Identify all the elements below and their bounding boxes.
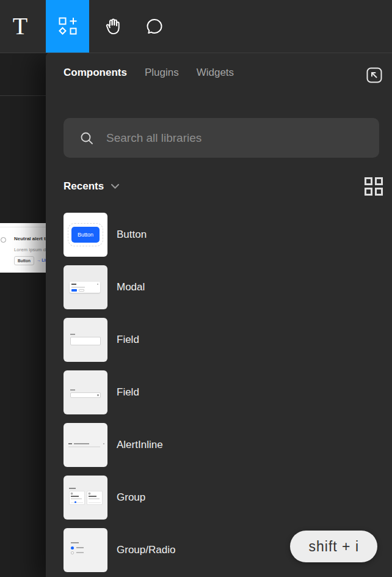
radio-unselected-icon [71, 551, 74, 554]
text-tool-button[interactable]: T [6, 0, 34, 53]
group-thumbnail [64, 476, 107, 520]
field-thumbnail [64, 318, 107, 362]
list-item-field-2[interactable]: Field [64, 370, 379, 414]
recents-header: Recents [64, 173, 383, 200]
list-item-label: Group/Radio [117, 544, 175, 556]
assets-tool-icon [58, 17, 78, 36]
list-item-label: Modal [117, 281, 145, 293]
list-item-label: Button [117, 229, 147, 241]
open-in-window-icon [365, 66, 383, 84]
search-icon [79, 131, 94, 145]
radio-selected-icon [71, 546, 74, 549]
canvas-frame-edge [0, 95, 46, 96]
alert-card-body: Lorem ipsum dolor amet consect [14, 247, 46, 252]
list-item-modal[interactable]: Modal [64, 265, 379, 309]
keyboard-shortcut-badge: shift + i [290, 531, 377, 562]
list-item-button[interactable]: Button Button [64, 213, 379, 257]
comment-tool-icon [145, 17, 164, 35]
list-item-label: AlertInline [117, 439, 163, 451]
text-tool-icon: T [13, 14, 27, 39]
list-item-group[interactable]: Group [64, 476, 379, 520]
alert-card-title: Neutral alert title [14, 236, 46, 241]
components-list: Button Button Modal Field [64, 213, 379, 577]
field-thumbnail [64, 370, 107, 414]
tab-widgets[interactable]: Widgets [197, 67, 234, 79]
components-panel: Components Plugins Widgets Recents [46, 53, 392, 577]
alert-card-link[interactable]: → Link text [37, 258, 46, 262]
list-item-field-1[interactable]: Field [64, 318, 379, 362]
recents-dropdown[interactable]: Recents [64, 180, 120, 193]
alert-card-link-label: Link text [42, 258, 46, 262]
hand-tool-icon [104, 17, 122, 35]
panel-tabs: Components Plugins Widgets [64, 53, 234, 92]
list-item-label: Field [117, 386, 139, 399]
recents-title: Recents [64, 180, 104, 193]
comment-tool-button[interactable] [139, 0, 170, 53]
open-in-window-button[interactable] [365, 65, 384, 85]
info-icon [1, 237, 6, 243]
alert-card-border [0, 227, 46, 227]
group-radio-thumbnail [64, 528, 107, 572]
grid-view-icon [365, 177, 372, 185]
alertinline-thumbnail [64, 423, 107, 467]
button-thumbnail: Button [64, 213, 107, 257]
search-bar[interactable] [64, 118, 379, 158]
modal-thumbnail [64, 265, 107, 309]
chevron-down-icon [111, 183, 120, 189]
grid-view-button[interactable] [365, 177, 383, 196]
list-item-label: Field [117, 334, 139, 346]
tab-plugins[interactable]: Plugins [145, 67, 179, 79]
list-item-alertinline[interactable]: AlertInline [64, 423, 379, 467]
canvas-alert-card[interactable]: Neutral alert title Lorem ipsum dolor am… [0, 223, 46, 273]
toolbar: T [0, 0, 392, 53]
hand-tool-button[interactable] [98, 0, 128, 53]
search-input[interactable] [105, 131, 379, 145]
assets-tool-button[interactable] [46, 0, 89, 53]
list-item-label: Group [117, 491, 145, 504]
alert-card-button[interactable]: Button [14, 256, 34, 265]
canvas[interactable]: Neutral alert title Lorem ipsum dolor am… [0, 53, 46, 577]
mini-modal [70, 282, 100, 293]
tab-components[interactable]: Components [64, 67, 127, 79]
link-arrow-icon: → [37, 258, 41, 262]
mini-button: Button [71, 227, 100, 243]
